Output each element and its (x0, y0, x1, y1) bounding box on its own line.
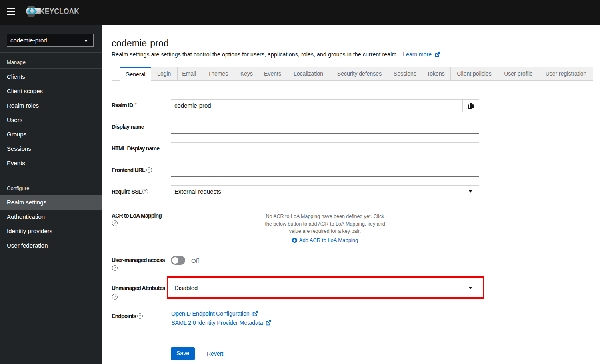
svg-text:KEYCLOAK: KEYCLOAK (40, 7, 79, 16)
